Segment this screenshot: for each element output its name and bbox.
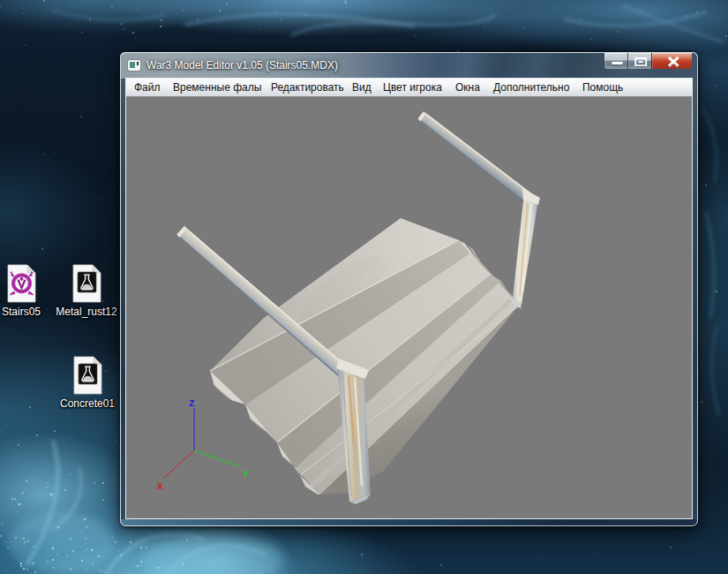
svg-text:X: X (157, 481, 163, 492)
svg-text:Y: Y (243, 469, 249, 480)
svg-text:Z: Z (189, 398, 195, 409)
